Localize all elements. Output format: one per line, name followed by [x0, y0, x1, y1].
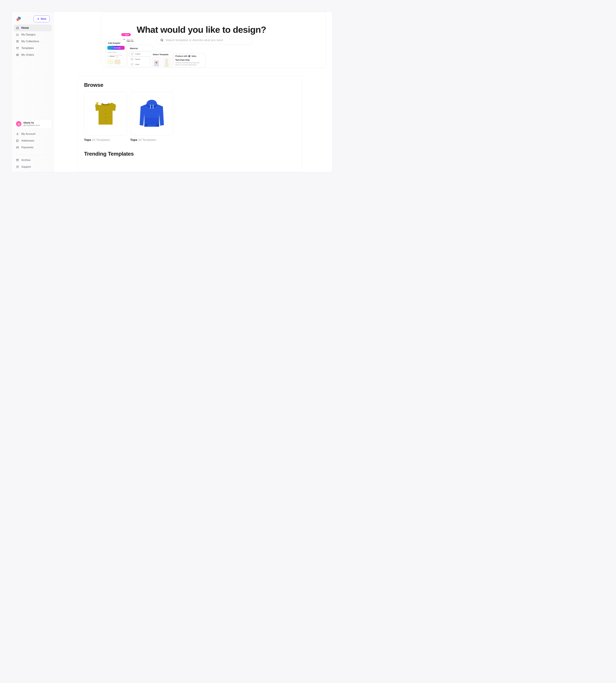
- sidebar-item-label: Templates: [21, 46, 34, 50]
- search-input[interactable]: [166, 39, 248, 42]
- avatar: G: [16, 121, 22, 127]
- sidebar: New Home My Designs My Collections Templ…: [12, 12, 54, 172]
- new-button-label: New: [41, 17, 46, 21]
- svg-point-16: [105, 120, 106, 121]
- user-card[interactable]: G Gloria Yu gloria@fabra.com: [14, 119, 52, 129]
- fabra-logo-icon: [188, 55, 191, 57]
- svg-point-8: [17, 167, 18, 168]
- sidebar-item-payments[interactable]: Payments: [14, 144, 52, 151]
- sidebar-item-orders[interactable]: My Orders: [14, 51, 52, 58]
- sidebar-item-label: Payments: [21, 146, 34, 149]
- svg-point-9: [161, 39, 163, 41]
- sidebar-item-label: Addresses: [21, 139, 34, 142]
- sidebar-item-label: My Orders: [21, 53, 34, 57]
- sidebar-item-collections[interactable]: My Collections: [14, 38, 52, 45]
- sidebar-item-label: Home: [21, 26, 29, 29]
- mock-upload-drop: Upload PNG, JPG, SVG: [107, 54, 125, 58]
- plus-icon: [37, 18, 40, 20]
- browse-title: Browse: [84, 82, 295, 88]
- mock-material-panel: Material Cotton Tencel Linen: [128, 45, 153, 67]
- svg-point-3: [17, 133, 18, 134]
- mock-add-graphic-panel: Add Graphic Generate Asset Library Uploa…: [106, 40, 126, 66]
- brand-logo[interactable]: [16, 16, 22, 22]
- stack-icon: [16, 40, 19, 43]
- sidebar-item-label: My Collections: [21, 40, 39, 43]
- sidebar-item-templates[interactable]: Templates: [14, 45, 52, 51]
- primary-nav: Home My Designs My Collections Templates…: [12, 25, 53, 58]
- browse-panel: Browse Tops 24 Templates: [78, 76, 302, 172]
- search-icon: [160, 39, 163, 42]
- main-content: What would you like to design? Adam Back…: [54, 12, 332, 172]
- user-name: Gloria Yu: [23, 121, 40, 124]
- hero-title: What would you like to design?: [137, 24, 266, 35]
- new-button[interactable]: New: [34, 16, 50, 22]
- hero-panel: What would you like to design? Adam Back…: [101, 12, 326, 68]
- home-icon: [16, 26, 19, 29]
- svg-point-14: [105, 113, 106, 114]
- sidebar-item-label: Support: [21, 165, 31, 169]
- help-icon: [16, 165, 19, 169]
- browse-card-hoodie[interactable]: Tops 24 Templates: [130, 92, 173, 142]
- trending-title: Trending Templates: [84, 151, 295, 157]
- svg-point-15: [105, 117, 106, 117]
- address-icon: [16, 139, 19, 142]
- sidebar-item-addresses[interactable]: Addresses: [14, 137, 52, 144]
- sidebar-header: New: [12, 12, 53, 25]
- archive-icon: [16, 158, 19, 162]
- browse-card-tops[interactable]: Tops 24 Templates: [84, 92, 127, 142]
- mock-select-template-panel: Select Template: [150, 51, 173, 68]
- browse-row: Tops 24 Templates Tops 24 Templates: [84, 92, 295, 142]
- svg-rect-5: [16, 147, 19, 148]
- sidebar-item-account[interactable]: My Account: [14, 131, 52, 137]
- svg-rect-17: [145, 124, 148, 127]
- folder-icon: [16, 33, 19, 36]
- sidebar-item-label: My Designs: [21, 33, 36, 36]
- search-bar[interactable]: [156, 36, 252, 44]
- svg-rect-2: [17, 41, 19, 43]
- card-icon: [16, 146, 19, 149]
- person-icon: [16, 132, 19, 136]
- svg-point-0: [18, 19, 19, 20]
- svg-rect-1: [17, 40, 18, 41]
- user-email: gloria@fabra.com: [23, 124, 40, 127]
- mock-generate-button: Generate: [107, 46, 125, 50]
- secondary-nav: My Account Addresses Payments: [12, 131, 53, 153]
- sidebar-item-home[interactable]: Home: [14, 25, 52, 31]
- app-window: New Home My Designs My Collections Templ…: [12, 12, 332, 172]
- box-icon: [16, 53, 19, 57]
- svg-rect-6: [16, 159, 19, 160]
- shirt-icon: [16, 46, 19, 50]
- sidebar-item-designs[interactable]: My Designs: [14, 31, 52, 38]
- collaborator-pill: Adam: [121, 33, 131, 36]
- svg-rect-10: [156, 62, 157, 63]
- svg-rect-4: [17, 140, 19, 142]
- sidebar-item-label: Archive: [21, 158, 30, 162]
- sidebar-item-archive[interactable]: Archive: [14, 157, 52, 163]
- mock-produce-panel: Produce withfabra Tech Pack Only Generat…: [173, 53, 205, 68]
- tertiary-nav: Archive Support: [12, 157, 53, 172]
- sidebar-item-label: My Account: [21, 132, 36, 136]
- svg-rect-18: [156, 124, 159, 127]
- svg-point-13: [105, 110, 106, 110]
- sidebar-item-support[interactable]: Support: [14, 163, 52, 170]
